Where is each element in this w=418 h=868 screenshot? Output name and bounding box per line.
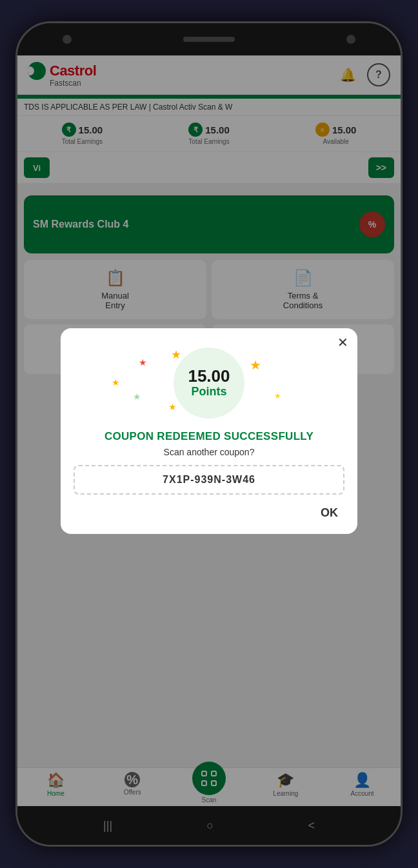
scan-another-text: Scan another coupon? — [74, 447, 344, 457]
points-circle-area: ★ ★ ★ ★ ★ ★ ★ ★ ★ 15.00 Points — [74, 341, 344, 422]
star-5: ★ — [112, 377, 120, 388]
recents-button[interactable]: < — [308, 819, 315, 833]
modal-overlay: ✕ ★ ★ ★ ★ ★ ★ ★ ★ ★ 15.00 Points — [17, 55, 401, 806]
star-8: ★ — [168, 402, 177, 412]
star-1: ★ — [171, 348, 181, 362]
coupon-code-display: 7X1P-939N-3W46 — [74, 465, 344, 495]
ok-button-container: OK — [74, 502, 344, 524]
points-circle: 15.00 Points — [174, 348, 244, 419]
back-button[interactable]: ||| — [103, 819, 112, 833]
star-7: ★ — [274, 391, 281, 400]
star-4: ★ — [250, 357, 261, 373]
phone-frame: Castrol Fastscan 🔔 ? TDS IS APPLICABLE A… — [15, 21, 403, 847]
star-3: ★ — [139, 357, 147, 368]
points-value: 15.00 — [188, 367, 230, 386]
camera-notch — [63, 35, 72, 44]
star-6: ★ — [133, 391, 141, 402]
front-camera — [346, 35, 355, 44]
phone-bottom-bar: ||| ○ < — [17, 806, 401, 845]
modal-box: ✕ ★ ★ ★ ★ ★ ★ ★ ★ ★ 15.00 Points — [61, 328, 357, 534]
points-label: Points — [191, 385, 226, 399]
home-button[interactable]: ○ — [206, 819, 214, 833]
phone-top-bar — [17, 23, 401, 55]
success-title: COUPON REDEEMED SUCCESSFULLY — [74, 430, 344, 443]
speaker-grille — [183, 37, 235, 42]
phone-screen: Castrol Fastscan 🔔 ? TDS IS APPLICABLE A… — [17, 55, 401, 806]
ok-button[interactable]: OK — [314, 502, 344, 524]
